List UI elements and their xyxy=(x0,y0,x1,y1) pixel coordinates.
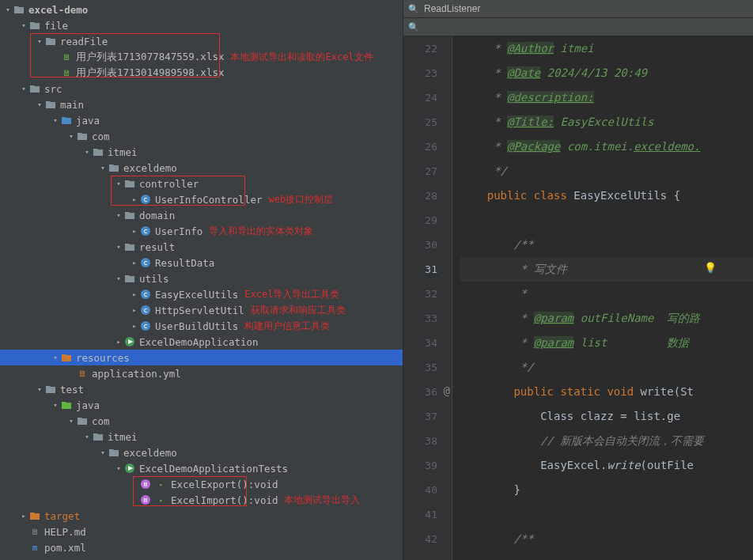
replace-input[interactable] xyxy=(424,21,748,32)
chevron-down-icon[interactable]: ▾ xyxy=(82,433,92,441)
chevron-down-icon[interactable]: ▾ xyxy=(19,21,28,29)
tree-file-appyml[interactable]: 🗎 application.yml xyxy=(0,365,403,381)
chevron-down-icon[interactable]: ▾ xyxy=(35,100,44,108)
tree-folder-result[interactable]: ▾ result xyxy=(0,239,403,255)
line-number[interactable]: 37 xyxy=(403,404,437,429)
tree-folder-java[interactable]: ▾ java xyxy=(0,112,403,128)
line-number[interactable]: 22 xyxy=(403,36,437,61)
chevron-right-icon[interactable]: ▸ xyxy=(19,512,28,520)
code-line[interactable]: * @Package com.itmei.exceldemo. xyxy=(460,134,753,159)
code-line[interactable]: * @Title: EasyExcelUtils xyxy=(460,110,753,134)
code-line[interactable]: // 新版本会自动关闭流，不需要 xyxy=(460,429,753,453)
tree-method-import[interactable]: m ▸ ExcelImport():void 本地测试导出导入 xyxy=(0,492,403,508)
line-number[interactable]: 32 xyxy=(403,282,437,306)
line-number[interactable]: 26 xyxy=(403,134,437,159)
tree-folder-utils[interactable]: ▾ utils xyxy=(0,271,403,286)
tree-folder-domain[interactable]: ▾ domain xyxy=(0,207,403,223)
tree-folder-com[interactable]: ▾ com xyxy=(0,128,403,144)
tree-method-export[interactable]: m ▸ ExcelExport():void xyxy=(0,476,403,492)
line-number[interactable]: 40 xyxy=(403,478,437,502)
chevron-down-icon[interactable]: ▾ xyxy=(114,243,123,251)
chevron-down-icon[interactable]: ▾ xyxy=(114,464,123,472)
lightbulb-icon[interactable]: 💡 xyxy=(704,262,717,274)
line-number[interactable]: 30 xyxy=(403,233,437,257)
tree-folder-test-exceldemo[interactable]: ▾ exceldemo xyxy=(0,445,403,460)
chevron-down-icon[interactable]: ▾ xyxy=(3,6,13,13)
search-input[interactable] xyxy=(424,3,748,14)
chevron-down-icon[interactable]: ▾ xyxy=(51,116,60,124)
chevron-down-icon[interactable]: ▾ xyxy=(51,401,60,409)
code-line[interactable] xyxy=(460,502,753,527)
chevron-down-icon[interactable]: ▾ xyxy=(98,164,108,172)
tree-file-xlsx1[interactable]: 🗎 用户列表1713077847559.xlsx 本地测试导出和读取的Excel… xyxy=(0,49,403,65)
line-number[interactable]: 29 xyxy=(403,208,437,233)
code-line[interactable]: * @Author itmei xyxy=(460,36,753,61)
code-line[interactable]: public class EasyExcelUtils { xyxy=(460,184,753,208)
replace-bar[interactable]: 🔍 xyxy=(403,18,753,36)
project-tree[interactable]: ▾ excel-demo ▾ file ▾ readFile 🗎 用户列表171… xyxy=(0,0,403,557)
tree-file-help[interactable]: 🗎 HELP.md xyxy=(0,524,403,539)
gutter[interactable]: 2223242526272829303132333435363738394041… xyxy=(403,36,452,560)
tree-folder-test-itmei[interactable]: ▾ itmei xyxy=(0,429,403,445)
code-line[interactable]: * @param outFileName 写的路 xyxy=(460,306,753,331)
tree-file-xlsx2[interactable]: 🗎 用户列表1713014989598.xlsx xyxy=(0,65,403,81)
tree-class-resultdata[interactable]: ▸ c ResultData xyxy=(0,255,403,271)
line-number[interactable]: 27 xyxy=(403,159,437,184)
chevron-down-icon[interactable]: ▾ xyxy=(82,148,92,156)
code-line[interactable]: Class clazz = list.ge xyxy=(460,404,753,429)
code-line[interactable]: * xyxy=(460,282,753,306)
code-line[interactable]: * @description: xyxy=(460,85,753,110)
chevron-right-icon[interactable]: ▸ xyxy=(130,227,139,235)
code-line[interactable]: */ xyxy=(460,355,753,380)
tree-folder-main[interactable]: ▾ main xyxy=(0,96,403,112)
chevron-right-icon[interactable]: ▸ xyxy=(130,306,139,314)
tree-folder-target[interactable]: ▸ target xyxy=(0,508,403,524)
line-number[interactable]: 25 xyxy=(403,110,437,134)
line-number[interactable]: 33 xyxy=(403,306,437,331)
chevron-down-icon[interactable]: ▾ xyxy=(114,274,123,282)
tree-folder-controller[interactable]: ▾ controller xyxy=(0,176,403,191)
tree-class-tests[interactable]: ▾ ExcelDemoApplicationTests xyxy=(0,460,403,476)
line-number[interactable]: 23 xyxy=(403,61,437,85)
code-line[interactable]: */ xyxy=(460,159,753,184)
tree-file-pom[interactable]: m pom.xml xyxy=(0,539,403,555)
search-bar[interactable]: 🔍 xyxy=(403,0,753,18)
code-line[interactable]: EasyExcel.write(outFile xyxy=(460,453,753,478)
tree-folder-file[interactable]: ▾ file xyxy=(0,17,403,33)
line-number[interactable]: 39 xyxy=(403,453,437,478)
line-number[interactable]: 41 xyxy=(403,502,437,527)
tree-class-httpservletutil[interactable]: ▸ c HttpServletUtil 获取请求和响应工具类 xyxy=(0,302,403,318)
code-editor[interactable]: 2223242526272829303132333435363738394041… xyxy=(403,36,753,560)
line-number[interactable]: 36 xyxy=(403,380,437,404)
tree-folder-exceldemo[interactable]: ▾ exceldemo xyxy=(0,160,403,176)
tree-root[interactable]: ▾ excel-demo xyxy=(0,2,403,17)
tree-class-exceldemoapp[interactable]: ▸ ExcelDemoApplication xyxy=(0,334,403,350)
override-icon[interactable]: @ xyxy=(444,384,450,397)
tree-folder-resources[interactable]: ▾ resources xyxy=(0,350,403,365)
chevron-right-icon[interactable]: ▸ xyxy=(130,195,139,203)
tree-folder-itmei[interactable]: ▾ itmei xyxy=(0,144,403,160)
code-line[interactable]: /** xyxy=(460,233,753,257)
chevron-right-icon[interactable]: ▸ xyxy=(114,338,123,346)
line-number[interactable]: 34 xyxy=(403,331,437,355)
tree-folder-test[interactable]: ▾ test xyxy=(0,381,403,397)
tree-class-userbuildutils[interactable]: ▸ c UserBuildUtils 构建用户信息工具类 xyxy=(0,318,403,334)
chevron-down-icon[interactable]: ▾ xyxy=(66,417,76,425)
tree-folder-test-java[interactable]: ▾ java xyxy=(0,397,403,413)
line-number[interactable]: 31 xyxy=(403,257,437,282)
line-number[interactable]: 38 xyxy=(403,429,437,453)
tree-folder-readfile[interactable]: ▾ readFile xyxy=(0,33,403,49)
chevron-down-icon[interactable]: ▾ xyxy=(19,85,28,93)
chevron-down-icon[interactable]: ▾ xyxy=(35,385,44,393)
chevron-down-icon[interactable]: ▾ xyxy=(66,132,76,140)
chevron-right-icon[interactable]: ▸ xyxy=(130,290,139,298)
code-line[interactable]: } xyxy=(460,478,753,502)
chevron-down-icon[interactable]: ▾ xyxy=(35,37,44,45)
line-number[interactable]: 28 xyxy=(403,184,437,208)
code-line[interactable]: public static void write(St xyxy=(460,380,753,404)
tree-folder-test-com[interactable]: ▾ com xyxy=(0,413,403,429)
chevron-down-icon[interactable]: ▾ xyxy=(114,211,123,219)
chevron-right-icon[interactable]: ▸ xyxy=(130,322,139,330)
chevron-down-icon[interactable]: ▾ xyxy=(114,180,123,187)
chevron-down-icon[interactable]: ▾ xyxy=(98,448,108,456)
